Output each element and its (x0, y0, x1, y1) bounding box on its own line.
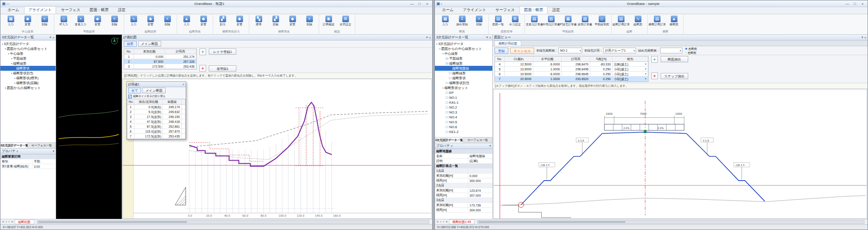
profile-view-tab[interactable]: 縦断絵図 (15, 219, 34, 224)
tree-item[interactable]: ▪ 3次元設計データ (435, 41, 492, 46)
tree-checkbox-icon[interactable]: ▪ (442, 52, 443, 55)
tree-item[interactable]: ☐ NO.6 (435, 125, 492, 129)
guide-filter-button[interactable]: メイン断面 (142, 88, 166, 93)
profile-view[interactable]: 0.0 20.0 40.0 60.0 80.0 100.0 120.0 140.… (122, 79, 432, 219)
tree-checkbox-icon[interactable]: ▪ (436, 42, 437, 45)
tree-item[interactable]: ☐ NO.5 (435, 120, 492, 125)
tree-item[interactable]: ☐ NO.3 (435, 110, 492, 115)
tree-item[interactable]: ☐ 横断形状割当 (435, 81, 492, 85)
table-row[interactable]: 7 172.5(追加) 253.435 (127, 134, 185, 139)
ribbon-button[interactable]: ◆ 変更 (142, 15, 158, 26)
ribbon-button[interactable]: ▤ 図面一覧 (490, 15, 506, 26)
ribbon-button[interactable]: ▥ 中間点計算書 (543, 15, 559, 26)
ribbon-button[interactable]: ∿ 入力 (126, 15, 142, 26)
cell-grade[interactable]: 0.250 (590, 72, 612, 76)
table-row[interactable]: 4 12.5000 6.0000 298.6470 -83.333 法面(盛土)… (495, 62, 648, 67)
temp-register-button[interactable]: 仮登録1 (209, 65, 236, 72)
register-button[interactable]: 登録 (495, 48, 508, 54)
ribbon-button[interactable]: ◆ 変更 (284, 15, 300, 26)
nav-last-icon[interactable]: » (446, 220, 448, 224)
tree-checkbox-icon[interactable]: ☐ (446, 81, 448, 85)
property-row[interactable]: 累加距離[m] 173.736 (435, 203, 492, 208)
src-section-select[interactable]: ▾ (660, 48, 682, 53)
minimize-button[interactable]: — (844, 1, 851, 7)
cell-design-height[interactable]: 298.6470 (562, 62, 590, 66)
panel-menu-icon[interactable]: ▾ (486, 36, 488, 39)
property-row[interactable]: 3点目 (435, 198, 492, 203)
panel-menu-icon[interactable]: ▾ (426, 36, 428, 39)
quick-access-icon[interactable]: ▪ (8, 2, 9, 5)
ribbon-tab[interactable]: 設定 (548, 6, 564, 14)
ribbon-button[interactable]: ▧ 線形計算書 (577, 15, 593, 26)
side-panel-tab[interactable]: サーフェス一覧 (464, 137, 493, 143)
ribbon-button[interactable]: ▲ 横断図 (666, 15, 682, 26)
tree-item[interactable]: ☐ EP (435, 90, 492, 95)
guide-panel-header[interactable]: 計画値1 × (127, 82, 186, 87)
plan-subtab-button[interactable]: メイン断面 (138, 41, 161, 47)
tree-checkbox-icon[interactable]: ☑ (449, 67, 451, 70)
ribbon-button[interactable]: ▪ 要素入力 (73, 15, 89, 26)
plan-viewport-canvas[interactable]: N (56, 35, 122, 219)
delete-row-button[interactable]: × (199, 65, 206, 72)
cell-distance[interactable]: 0.000 (134, 54, 165, 59)
property-row[interactable]: 1点目 (435, 169, 492, 174)
cell-grade[interactable]: 0.250 (590, 67, 612, 71)
ribbon-button[interactable]: ▚ 標準 (251, 15, 267, 26)
tree-item[interactable]: ▪ 図面からの中心線形セット (435, 46, 492, 51)
property-row[interactable]: 名称 縦断地盤線 (435, 154, 492, 159)
horizontal-scrollbar[interactable] (477, 220, 864, 224)
ribbon-button[interactable]: ◉ 計画確認 (320, 15, 337, 26)
ribbon-button[interactable]: × 削除 (37, 15, 53, 26)
panel-close-icon[interactable]: × (864, 36, 866, 39)
tree-item[interactable]: ▪ 横断形状(拡幅) (0, 81, 56, 85)
tree-item[interactable]: ☐ NO.2 (435, 105, 492, 110)
tree-item[interactable]: ▪ 中心線形 (0, 51, 56, 56)
tree-checkbox-icon[interactable]: ☑ (446, 57, 448, 61)
table-row[interactable]: 5 13.5000 1.0000 298.6495 0.250 小段(盛土) ▾ (495, 67, 648, 72)
panel-close-icon[interactable]: × (53, 36, 54, 39)
cell-elevation[interactable]: 257.326 (165, 59, 196, 64)
tree-item[interactable]: ▪ 横断形状(標準) (0, 76, 56, 81)
table-row[interactable]: 7 20.5000 1.0000 293.6520 0.250 小段(盛土) ▾ (495, 77, 648, 81)
ribbon-button[interactable]: × 削除 (301, 15, 317, 26)
tree-item[interactable]: ▪ 図面からの中心線形セット (0, 46, 56, 51)
tree-item[interactable]: ☐ NO.1 (435, 95, 492, 100)
ribbon-tab[interactable]: 図面・帳票 (85, 6, 113, 14)
cell-kind-select[interactable]: 小段(盛土) ▾ (612, 77, 648, 81)
tree-checkbox-icon[interactable]: ☑ (446, 62, 448, 65)
ribbon-button[interactable]: × 削除 (159, 15, 175, 26)
property-row[interactable]: 縦断地盤線 (435, 149, 492, 154)
cell-horizontal-distance[interactable]: 1.0000 (533, 67, 562, 71)
cell-horizontal-distance[interactable]: 1.0000 (533, 77, 562, 81)
ribbon-button[interactable]: ↧ 抽出登録 (454, 15, 470, 26)
tree-item[interactable]: ▪ 横断形状セット (435, 85, 492, 90)
nav-last-icon[interactable]: » (11, 220, 14, 224)
ribbon-tab[interactable]: サーフェス (491, 6, 519, 14)
ribbon-tab[interactable]: ホーム (438, 6, 458, 14)
tree-item[interactable]: ☐ 縦断線形 (435, 71, 492, 76)
add-row-button[interactable]: + (651, 56, 658, 63)
table-row[interactable]: 3 172.500 253.435 (124, 64, 196, 69)
tree-checkbox-icon[interactable]: ☐ (449, 77, 451, 80)
panel-close-icon[interactable]: × (183, 83, 184, 86)
ribbon-button[interactable]: ▲ 入力 (178, 15, 195, 26)
ribbon-tab[interactable]: アライメント (458, 6, 491, 14)
property-row[interactable]: 標高[m] 300.000 (435, 178, 492, 183)
property-row[interactable]: 縦断要素区間 (0, 154, 56, 159)
cell-distance[interactable]: 172.500 (134, 64, 165, 69)
ribbon-button[interactable]: ∿ 縦断図 (630, 15, 646, 26)
tree-item[interactable]: ☐ NO.4 (435, 115, 492, 120)
tree-item[interactable]: ▪ 縦断線形 (0, 61, 56, 66)
table-row[interactable]: 6 115.0(追加) 257.870 (127, 129, 185, 134)
ribbon-button[interactable]: ▦ 入力 (3, 15, 19, 26)
tree-checkbox-icon[interactable]: ☐ (446, 111, 448, 114)
tree-item[interactable]: ☐ KE1-2 (435, 129, 492, 134)
nav-prev-icon[interactable]: ‹ (5, 220, 7, 224)
tree-checkbox-icon[interactable]: ☐ (446, 91, 448, 95)
ribbon-button[interactable]: ◆ 変更 (20, 15, 36, 26)
scrollbar-thumb[interactable] (479, 221, 625, 223)
horizontal-scrollbar[interactable] (37, 220, 430, 224)
ribbon-tab[interactable]: アライメント (24, 6, 56, 14)
cell-kind-select[interactable]: 小段(盛土) ▾ (612, 67, 648, 71)
property-row[interactable]: 累加距離[m] 0.000 (435, 174, 492, 178)
